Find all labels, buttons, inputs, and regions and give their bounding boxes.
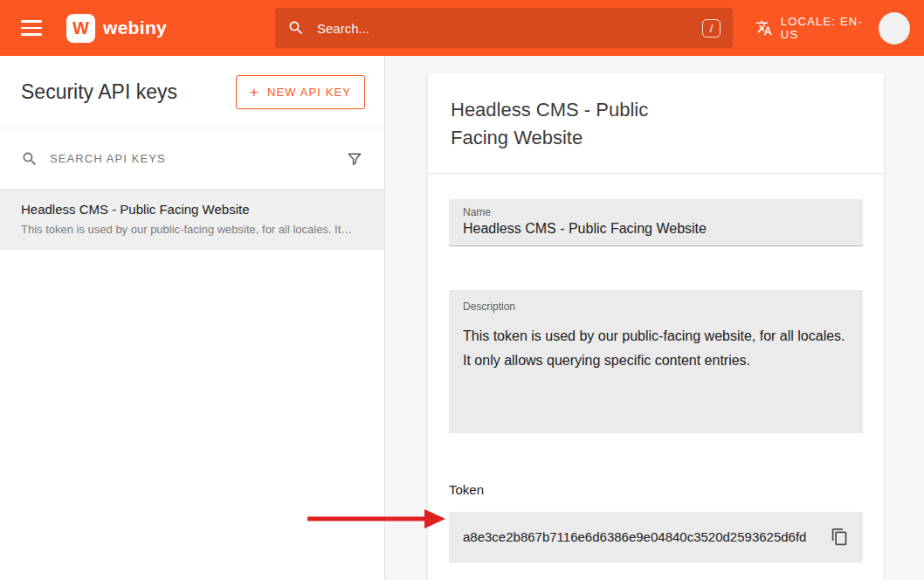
page-title: Security API keys bbox=[21, 80, 177, 104]
global-search-input[interactable] bbox=[317, 21, 702, 36]
search-icon bbox=[287, 19, 305, 37]
api-keys-search-input[interactable] bbox=[50, 152, 346, 165]
api-keys-sidebar: Security API keys + NEW API KEY Headless… bbox=[0, 56, 385, 580]
webiny-logo-text: webiny bbox=[103, 17, 167, 38]
description-field-label: Description bbox=[463, 300, 849, 313]
plus-icon: + bbox=[250, 85, 259, 100]
api-key-description: This token is used by our public-facing … bbox=[21, 223, 363, 236]
copy-token-button[interactable] bbox=[831, 528, 849, 546]
description-field-value: This token is used by our public-facing … bbox=[463, 324, 849, 373]
locale-selector[interactable]: LOCALE: EN-US bbox=[755, 15, 879, 41]
token-field: a8e3ce2b867b7116e6d6386e9e04840c3520d259… bbox=[449, 512, 863, 563]
card-body: Name Headless CMS - Public Facing Websit… bbox=[428, 174, 884, 580]
hamburger-menu-icon[interactable] bbox=[21, 19, 42, 37]
name-field-value: Headless CMS - Public Facing Website bbox=[463, 221, 849, 237]
card-header: Headless CMS - Public Facing Website bbox=[428, 73, 884, 174]
user-avatar[interactable] bbox=[879, 12, 910, 45]
filter-icon bbox=[346, 150, 363, 168]
copy-icon bbox=[831, 528, 849, 546]
webiny-logo[interactable]: W webiny bbox=[66, 14, 167, 43]
filter-button[interactable] bbox=[346, 150, 363, 168]
new-api-key-label: NEW API KEY bbox=[267, 86, 351, 99]
api-key-title: Headless CMS - Public Facing Website bbox=[21, 202, 363, 217]
global-search[interactable]: / bbox=[275, 8, 733, 48]
description-field[interactable]: Description This token is used by our pu… bbox=[449, 290, 863, 433]
name-field[interactable]: Name Headless CMS - Public Facing Websit… bbox=[449, 199, 863, 246]
api-key-card: Headless CMS - Public Facing Website Nam… bbox=[428, 73, 884, 580]
webiny-logo-icon: W bbox=[66, 14, 95, 43]
token-label: Token bbox=[449, 482, 863, 497]
translate-icon bbox=[755, 19, 773, 37]
card-title: Headless CMS - Public Facing Website bbox=[451, 96, 686, 152]
search-icon bbox=[21, 150, 38, 168]
token-value: a8e3ce2b867b7116e6d6386e9e04840c3520d259… bbox=[463, 529, 806, 544]
locale-label: LOCALE: EN-US bbox=[781, 15, 879, 41]
new-api-key-button[interactable]: + NEW API KEY bbox=[236, 75, 365, 109]
sidebar-header: Security API keys + NEW API KEY bbox=[0, 56, 384, 128]
api-key-list-item[interactable]: Headless CMS - Public Facing Website Thi… bbox=[0, 190, 384, 250]
name-field-label: Name bbox=[463, 206, 849, 218]
main-content: Security API keys + NEW API KEY Headless… bbox=[0, 56, 924, 580]
top-bar: W webiny / LOCALE: EN-US bbox=[0, 0, 924, 56]
detail-panel: Headless CMS - Public Facing Website Nam… bbox=[385, 56, 924, 580]
search-shortcut-badge: / bbox=[702, 19, 721, 38]
api-keys-search-row bbox=[0, 128, 384, 190]
